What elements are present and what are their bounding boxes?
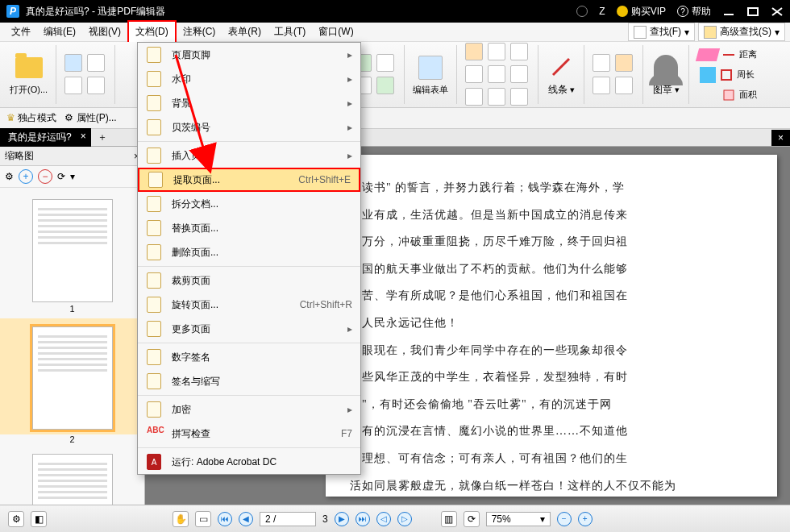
tool-btn[interactable] xyxy=(592,54,610,72)
tool-btn[interactable] xyxy=(488,65,505,83)
thumb-zoom-out[interactable]: − xyxy=(38,169,52,184)
thumbnail-page[interactable] xyxy=(32,454,113,505)
menu-item[interactable]: 签名与缩写 xyxy=(138,369,360,393)
menu-item-label: 运行: Adobe Acrobat DC xyxy=(172,455,352,469)
menu-item[interactable]: 水印▸ xyxy=(138,67,360,91)
view-mode-button[interactable]: ▥ xyxy=(441,511,457,527)
document-tabstrip: 真的是好运吗?× ＋ × xyxy=(0,129,790,147)
tool-btn[interactable] xyxy=(376,77,394,94)
page-number-field[interactable]: 2 / xyxy=(260,512,316,526)
menu-item[interactable]: 数字签名 xyxy=(138,345,360,369)
first-page-button[interactable]: ⏮ xyxy=(218,512,232,526)
perimeter-icon[interactable] xyxy=(719,68,734,82)
menu-item[interactable]: 提取页面...Ctrl+Shift+E xyxy=(138,168,360,192)
rotate-icon[interactable]: ⟳ xyxy=(57,171,65,182)
minimize-button[interactable] xyxy=(722,6,735,16)
help-button[interactable]: ?帮助 xyxy=(677,5,711,19)
menu-file[interactable]: 文件 xyxy=(5,22,37,42)
tool-btn[interactable] xyxy=(87,54,105,72)
stamp-icon[interactable] xyxy=(651,52,680,81)
select-tool-button[interactable]: ▭ xyxy=(195,511,211,527)
menu-item[interactable]: 旋转页面...Ctrl+Shift+R xyxy=(138,293,360,317)
tool-btn[interactable] xyxy=(64,54,82,72)
submenu-arrow-icon: ▸ xyxy=(347,98,352,109)
buy-vip-button[interactable]: 购买VIP xyxy=(617,5,666,19)
tool-btn[interactable] xyxy=(510,43,528,60)
tool-btn[interactable] xyxy=(592,77,610,94)
tool-btn[interactable] xyxy=(615,54,633,72)
tool-btn[interactable] xyxy=(87,77,105,94)
prev-page-button[interactable]: ◀ xyxy=(239,512,253,526)
close-button[interactable] xyxy=(771,6,784,16)
tab-close-icon[interactable]: × xyxy=(81,131,86,142)
exclusive-mode-button[interactable]: ♛ 独占模式 xyxy=(6,111,56,125)
tool-btn[interactable] xyxy=(465,43,483,60)
new-tab-button[interactable]: ＋ xyxy=(91,131,114,144)
menu-form[interactable]: 表单(R) xyxy=(222,22,268,42)
tool-btn[interactable] xyxy=(465,88,483,106)
menu-window[interactable]: 窗口(W) xyxy=(312,22,360,42)
tool-btn[interactable] xyxy=(510,65,528,83)
close-all-tabs-button[interactable]: × xyxy=(771,130,790,146)
rotate-view-button[interactable]: ⟳ xyxy=(464,511,480,527)
menu-item-icon xyxy=(147,244,161,260)
distance-icon[interactable] xyxy=(721,48,736,62)
tool-btn[interactable] xyxy=(376,54,394,72)
thumbnail-list[interactable]: 1 2 3 xyxy=(0,188,144,505)
user-letter[interactable]: Z xyxy=(599,6,605,17)
menu-item[interactable]: 插入页面▸ xyxy=(138,143,360,168)
tool-btn[interactable] xyxy=(465,65,483,83)
tool-btn[interactable] xyxy=(488,88,505,106)
menu-item[interactable]: ABC拼写检查F7 xyxy=(138,422,360,446)
tool-btn[interactable] xyxy=(510,88,528,106)
menu-item[interactable]: 贝茨编号▸ xyxy=(138,115,360,139)
menu-view[interactable]: 视图(V) xyxy=(82,22,127,42)
thumbnail-page-selected[interactable] xyxy=(32,326,113,430)
tool-btn[interactable] xyxy=(64,77,82,94)
options-button[interactable]: ⚙ xyxy=(8,511,24,527)
menu-item[interactable]: 页眉页脚▸ xyxy=(138,43,360,67)
open-icon[interactable] xyxy=(15,53,44,82)
tool-btn[interactable] xyxy=(615,77,633,94)
area-icon[interactable] xyxy=(721,88,736,102)
last-page-button[interactable]: ⏭ xyxy=(356,512,370,526)
sidebar-header: 缩略图× xyxy=(0,147,144,166)
menu-edit[interactable]: 编辑(E) xyxy=(37,22,82,42)
menu-item[interactable]: 背景▸ xyxy=(138,91,360,115)
nav-back-button[interactable]: ◁ xyxy=(376,512,391,526)
menu-document[interactable]: 文档(D) xyxy=(127,20,177,44)
tool-btn[interactable] xyxy=(488,43,505,60)
advanced-find-button[interactable]: 高级查找(S)▾ xyxy=(698,23,785,41)
document-tab[interactable]: 真的是好运吗?× xyxy=(0,128,91,147)
maximize-button[interactable] xyxy=(746,6,759,16)
thumbnail-page[interactable] xyxy=(32,199,113,302)
menu-item[interactable]: 拆分文档... xyxy=(138,192,360,216)
menu-item[interactable]: 裁剪页面 xyxy=(138,268,360,293)
globe-icon[interactable] xyxy=(576,6,588,17)
menu-item[interactable]: A运行: Adobe Acrobat DC xyxy=(138,450,360,474)
menu-item-label: 拆分文档... xyxy=(172,197,352,211)
menu-tools[interactable]: 工具(T) xyxy=(268,22,312,42)
menu-item[interactable]: 加密▸ xyxy=(138,397,360,422)
find-button[interactable]: 查找(F)▾ xyxy=(628,23,695,41)
lines-icon[interactable] xyxy=(547,52,576,81)
properties-button[interactable]: ⚙ 属性(P)... xyxy=(64,111,116,125)
menu-item[interactable]: 删除页面... xyxy=(138,240,360,264)
submenu-arrow-icon: ▸ xyxy=(347,73,352,85)
hand-tool-button[interactable]: ✋ xyxy=(173,511,189,527)
attachment-button[interactable]: ◧ xyxy=(31,511,47,527)
menu-comment[interactable]: 注释(C) xyxy=(177,22,222,42)
eraser-icon[interactable] xyxy=(696,48,720,61)
thumb-zoom-in[interactable]: + xyxy=(19,169,33,184)
nav-forward-button[interactable]: ▷ xyxy=(397,512,412,526)
thumb-menu-icon[interactable]: ▾ xyxy=(70,171,75,182)
zoom-in-button[interactable]: + xyxy=(578,512,592,526)
edit-form-icon[interactable] xyxy=(416,53,445,82)
zoom-out-button[interactable]: − xyxy=(557,512,572,526)
thumb-options-icon[interactable]: ⚙ xyxy=(5,171,14,182)
menu-item[interactable]: 更多页面▸ xyxy=(138,317,360,341)
cube-icon[interactable] xyxy=(700,67,716,83)
next-page-button[interactable]: ▶ xyxy=(335,512,349,526)
zoom-select[interactable]: 75%▾ xyxy=(486,512,551,526)
menu-item[interactable]: 替换页面... xyxy=(138,216,360,240)
